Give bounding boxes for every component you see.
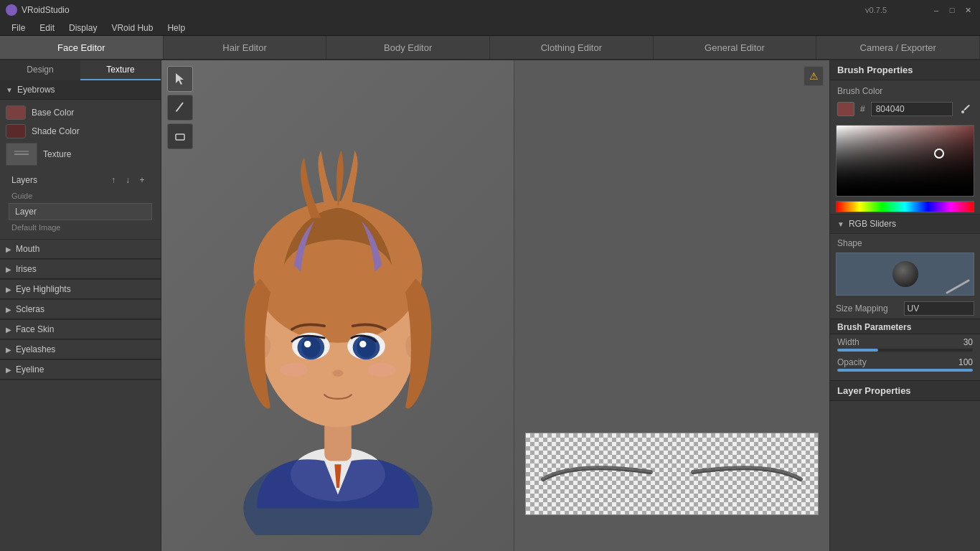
app-icon — [6, 4, 17, 16]
uv-canvas-area — [514, 60, 829, 551]
tool-eraser[interactable] — [167, 123, 193, 149]
section-header-eyeline[interactable]: ▶ Eyeline — [0, 360, 161, 380]
section-header-irises[interactable]: ▶ Irises — [0, 260, 161, 279]
left-scroll: ▼ Eyebrows Base Color Shade Color — [0, 80, 161, 551]
size-mapping-row: Size Mapping UV Screen — [830, 298, 980, 319]
shape-label: Shape — [830, 234, 980, 250]
chevron-eye-highlights: ▶ — [6, 286, 11, 293]
tab-texture[interactable]: Texture — [80, 60, 161, 80]
viewport-3d[interactable] — [161, 60, 514, 551]
svg-point-18 — [303, 341, 310, 347]
eyedropper-button[interactable] — [958, 102, 973, 116]
left-panel: Design Texture ▼ Eyebrows Base Color S — [0, 60, 161, 551]
layer-add[interactable]: + — [135, 173, 149, 187]
section-header-mouth[interactable]: ▶ Mouth — [0, 240, 161, 259]
opacity-row: Opacity 100 — [830, 354, 980, 375]
chevron-scleras: ▶ — [6, 306, 11, 314]
tool-select[interactable] — [167, 66, 193, 92]
layer-move-up[interactable]: ↑ — [106, 173, 121, 187]
section-header-face-skin[interactable]: ▶ Face Skin — [0, 320, 161, 339]
layers-header: Layers ↑ ↓ + — [6, 170, 155, 190]
uv-editor[interactable] — [514, 60, 829, 551]
color-picker-cursor — [934, 149, 944, 159]
hue-slider[interactable] — [836, 201, 974, 212]
uv-eyebrow-left — [529, 447, 665, 501]
svg-point-26 — [961, 110, 964, 113]
section-eyelashes: ▶ Eyelashes — [0, 340, 161, 360]
menu-help[interactable]: Help — [160, 20, 192, 36]
base-color-row[interactable]: Base Color — [6, 105, 155, 120]
titlebar-left: VRoidStudio — [6, 4, 70, 16]
svg-point-23 — [332, 369, 343, 376]
chevron-face-skin: ▶ — [6, 326, 11, 334]
svg-line-3 — [176, 103, 183, 111]
width-slider-fill — [837, 349, 878, 352]
svg-point-21 — [357, 337, 375, 357]
maximize-button[interactable]: □ — [946, 4, 958, 17]
tab-hair-editor[interactable]: Hair Editor — [164, 36, 327, 59]
texture-row[interactable]: Texture — [6, 143, 155, 166]
layer-default-image[interactable]: Default Image — [6, 222, 155, 233]
tool-pen[interactable] — [167, 95, 193, 121]
section-eyebrows: ▼ Eyebrows Base Color Shade Color — [0, 80, 161, 240]
section-eyeline: ▶ Eyeline — [0, 360, 161, 380]
shape-stroke-preview — [943, 275, 965, 289]
layer-move-down[interactable]: ↓ — [121, 173, 135, 187]
titlebar-title: VRoidStudio — [22, 5, 70, 15]
minimize-button[interactable]: – — [930, 4, 943, 17]
viewport-container — [161, 60, 829, 551]
tab-design[interactable]: Design — [0, 60, 80, 80]
texture-preview — [6, 143, 37, 166]
color-picker-gradient[interactable] — [836, 125, 974, 197]
menu-vroid-hub[interactable]: VRoid Hub — [104, 20, 160, 36]
size-mapping-select[interactable]: UV Screen — [904, 301, 975, 316]
brush-color-swatch[interactable] — [837, 102, 854, 116]
warning-button[interactable]: ⚠ — [804, 66, 824, 86]
titlebar-version: v0.7.5 — [865, 6, 887, 14]
rgb-sliders-toggle[interactable]: ▼ RGB Sliders — [830, 214, 980, 234]
svg-marker-2 — [176, 73, 184, 85]
section-header-scleras[interactable]: ▶ Scleras — [0, 300, 161, 319]
section-header-eyebrows[interactable]: ▼ Eyebrows — [0, 80, 161, 100]
tab-general-editor[interactable]: General Editor — [654, 36, 817, 59]
layer-item[interactable]: Layer — [9, 203, 152, 220]
shade-color-swatch[interactable] — [6, 124, 26, 138]
eyebrows-content: Base Color Shade Color Texture L — [0, 100, 161, 240]
width-row: Width 30 — [830, 334, 980, 354]
tab-body-editor[interactable]: Body Editor — [326, 36, 490, 59]
brush-properties-header: Brush Properties — [830, 60, 980, 80]
base-color-swatch[interactable] — [6, 105, 26, 120]
right-panel: Brush Properties Brush Color # 804040 ▼ … — [829, 60, 980, 551]
titlebar-controls[interactable]: – □ ✕ — [930, 4, 974, 17]
shade-color-row[interactable]: Shade Color — [6, 124, 155, 138]
section-scleras: ▶ Scleras — [0, 300, 161, 320]
width-slider[interactable] — [837, 349, 973, 352]
character-viewport — [180, 76, 496, 535]
opacity-slider[interactable] — [837, 369, 973, 372]
close-button[interactable]: ✕ — [961, 4, 974, 17]
brush-color-hash: # — [860, 104, 865, 114]
brush-color-value-row: # 804040 — [830, 102, 980, 122]
section-header-eyelashes[interactable]: ▶ Eyelashes — [0, 340, 161, 359]
chevron-eyebrows: ▼ — [6, 86, 13, 94]
svg-rect-5 — [176, 134, 184, 140]
menu-file[interactable]: File — [4, 20, 32, 36]
brush-color-row: Brush Color — [830, 80, 980, 102]
shape-circle — [892, 261, 918, 287]
svg-point-25 — [368, 363, 395, 377]
brush-color-input[interactable]: 804040 — [871, 102, 953, 116]
menu-display[interactable]: Display — [62, 20, 104, 36]
chevron-eyelashes: ▶ — [6, 346, 11, 354]
section-header-eye-highlights[interactable]: ▶ Eye Highlights — [0, 280, 161, 299]
tab-camera-exporter[interactable]: Camera / Exporter — [816, 36, 980, 59]
svg-point-22 — [359, 341, 366, 347]
menu-edit[interactable]: Edit — [32, 20, 62, 36]
tab-face-editor[interactable]: Face Editor — [0, 36, 164, 59]
svg-line-27 — [947, 281, 969, 293]
chevron-eyeline: ▶ — [6, 366, 11, 374]
chevron-mouth: ▶ — [6, 245, 11, 253]
tab-clothing-editor[interactable]: Clothing Editor — [490, 36, 654, 59]
tabbar: Face Editor Hair Editor Body Editor Clot… — [0, 36, 980, 60]
main-layout: Design Texture ▼ Eyebrows Base Color S — [0, 60, 980, 551]
design-texture-tabs: Design Texture — [0, 60, 161, 80]
